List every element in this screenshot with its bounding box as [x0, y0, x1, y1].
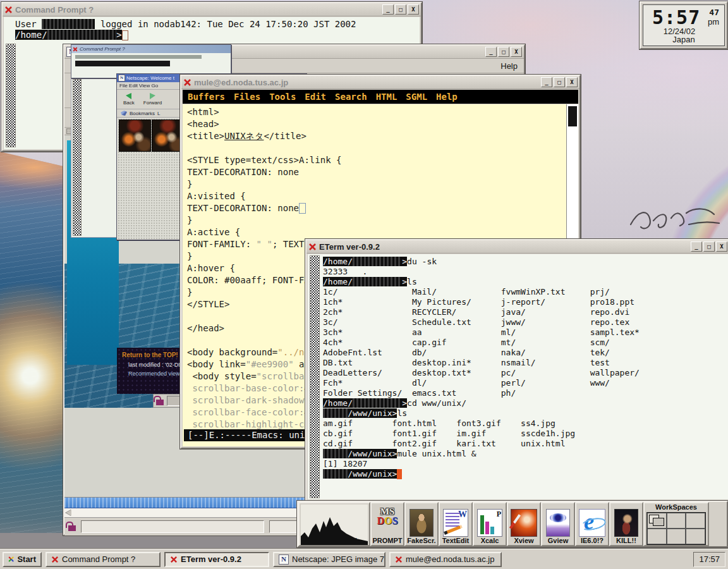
text-segment: cd.gif font2.gif kari.txt unix.html [323, 439, 566, 448]
minimize-button[interactable]: _ [382, 4, 394, 15]
menu-files[interactable]: Files [234, 92, 260, 102]
text-segment: } [187, 215, 192, 225]
cmd-terminal-line: User logged in nodab142: Tue Dec 24 17:5… [15, 19, 356, 30]
task-netscape[interactable]: N Netscape: JPEG image 7... [273, 552, 385, 567]
text-segment: <STYLE type=text/css>A:link { [187, 155, 341, 165]
minimize-button[interactable]: _ [691, 242, 702, 252]
workspace-cell[interactable] [686, 529, 705, 544]
mule-editor-line: } [187, 214, 395, 226]
text-segment [42, 19, 95, 29]
eterm-terminal-line: cb.gif font1.gif im.gif sscde1h.jpg [323, 429, 640, 439]
task-command-prompt[interactable]: Command Prompt ? [46, 552, 161, 567]
maximize-button[interactable]: □ [554, 77, 565, 87]
netscape-window-buttons: _ □ X [485, 47, 522, 57]
workspace-cell[interactable] [686, 513, 705, 529]
mule-scrollbar-thumb[interactable] [568, 106, 577, 126]
text-segment: ls [397, 408, 407, 418]
eterm-titlebar[interactable]: ETerm ver-0.9.2 _ □ X [306, 240, 728, 254]
workspace-cell[interactable] [667, 529, 686, 544]
close-button[interactable]: X [716, 242, 727, 252]
text-segment: TEXT-DECORATION: none [187, 167, 299, 177]
eterm-terminal-line: 3c/ Schedule.txt jwww/ repo.tex [323, 317, 640, 327]
text-segment [353, 257, 402, 266]
launcher-textedit[interactable]: W TextEdit [439, 502, 473, 546]
text-segment: "#ee9900" [246, 359, 294, 369]
task-mule[interactable]: mule@ed.noda.tus.ac.jp [389, 552, 502, 567]
eterm-terminal-line: AdobeFnt.lst db/ naka/ tek/ [323, 348, 640, 358]
minimize-button[interactable]: _ [485, 47, 497, 57]
launcher-msdos-prompt[interactable]: MS DOS PROMPT [370, 502, 404, 546]
launcher-xview[interactable]: Xview [507, 502, 541, 546]
text-segment: Folder Settings/ emacs.txt ph/ [323, 388, 516, 398]
launcher-xcalc[interactable]: P Xcalc [473, 502, 507, 546]
task-eterm[interactable]: ETerm ver-0.9.2 [164, 552, 269, 567]
text-segment: <body link= [187, 359, 246, 369]
clock-seconds: 47 [709, 8, 719, 17]
text-segment: am.gif font.html font3.gif ss4.jpg [323, 419, 555, 428]
minimize-button[interactable]: _ [541, 77, 552, 87]
menu-help[interactable]: Help [500, 61, 518, 71]
close-button[interactable]: X [511, 47, 522, 57]
menu-buffers[interactable]: Buffers [188, 92, 225, 102]
launcher-load-of-cpu[interactable]: Load_of_CPU [298, 502, 370, 546]
text-segment: UNIXネタ [224, 131, 264, 141]
eterm-terminal-line: /home/ >ls [323, 277, 640, 287]
close-button[interactable]: X [408, 4, 419, 15]
text-segment: COLOR: #00aaff; FONT-FAM [187, 275, 315, 285]
cmd-scrollbar[interactable] [6, 44, 16, 147]
mule-editor-line: A:active { [187, 226, 395, 238]
workspace-cell[interactable] [647, 529, 667, 544]
maximize-button[interactable]: □ [395, 4, 406, 15]
eterm-terminal-line: 32333 . [323, 267, 640, 277]
text-segment: > [402, 398, 407, 408]
text-segment: du -sk [407, 257, 437, 266]
text-segment: 2ch* RECYCLER/ java/ repo.dvi [323, 307, 629, 317]
menu-tools[interactable]: Tools [269, 92, 296, 102]
eye-icon [550, 513, 566, 522]
clock-time: 5:57 [652, 6, 700, 28]
launcher-label: KILL!! [616, 537, 636, 545]
eterm-terminal-line: Folder Settings/ emacs.txt ph/ [323, 388, 640, 398]
menu-edit[interactable]: Edit [305, 92, 326, 102]
text-segment: 3ch* aa ml/ sampl.tex* [323, 327, 640, 337]
workspace-grid[interactable] [646, 512, 706, 545]
text-segment: 3c/ Schedule.txt jwww/ repo.tex [323, 317, 629, 327]
text-segment: scrollbar-face-color:#e [187, 407, 315, 417]
maximize-button[interactable]: □ [703, 242, 715, 252]
security-lock-icon[interactable] [68, 525, 76, 531]
workspace-cell[interactable] [667, 513, 686, 529]
eterm-terminal-line: 4ch* cap.gif mt/ scm/ [323, 338, 640, 348]
eterm-terminal-text: /home/ >du -sk32333 ./home/ >ls1c/ Mail/… [323, 257, 640, 479]
eterm-terminal-area[interactable]: /home/ >du -sk32333 ./home/ >ls1c/ Mail/… [308, 254, 728, 499]
menu-html[interactable]: HTML [376, 92, 397, 102]
text-segment: > [402, 257, 407, 266]
cmd-titlebar[interactable]: Command Prompt ? _ □ X [3, 3, 421, 16]
menu-help[interactable]: Help [436, 92, 458, 102]
text-segment [122, 30, 128, 40]
maximize-button[interactable]: □ [498, 47, 509, 57]
menu-sgml[interactable]: SGML [406, 92, 427, 102]
eterm-scrollbar[interactable] [310, 255, 320, 498]
cmd-title: Command Prompt ? [15, 5, 380, 15]
close-button[interactable]: X [566, 77, 578, 87]
eterm-terminal-line: DeadLetters/ desktop.txt* pc/ wallpaper/ [323, 368, 640, 378]
xcalc-icon-letter: P [497, 510, 501, 519]
start-button[interactable]: Start [3, 552, 42, 567]
workspace-cell[interactable] [647, 513, 667, 529]
launcher-label: WorkSpaces [655, 503, 697, 511]
menu-search[interactable]: Search [335, 92, 367, 102]
text-segment: A:active { [187, 227, 240, 237]
launcher-label: PROMPT [372, 537, 402, 545]
text-segment: </title> [264, 131, 306, 141]
text-segment: <title> [187, 131, 224, 141]
launcher-kill[interactable]: KILL!! [609, 502, 643, 546]
mule-titlebar[interactable]: mule@ed.noda.tus.ac.jp _ □ X [181, 76, 579, 89]
launcher-workspaces-pager[interactable]: WorkSpaces [643, 502, 709, 546]
launcher-gview[interactable]: Gview [541, 502, 575, 546]
text-segment: <body background= [187, 347, 277, 357]
launcher-label: Load_of_CPU [312, 537, 357, 545]
cmd-terminal-line: /home/ > [15, 30, 356, 40]
mule-editor-line: TEXT-DECORATION: none [187, 166, 395, 178]
launcher-fakescreen[interactable]: FakeScr. [404, 502, 439, 546]
launcher-internet-explorer[interactable]: e IE6.0!? [575, 502, 609, 546]
